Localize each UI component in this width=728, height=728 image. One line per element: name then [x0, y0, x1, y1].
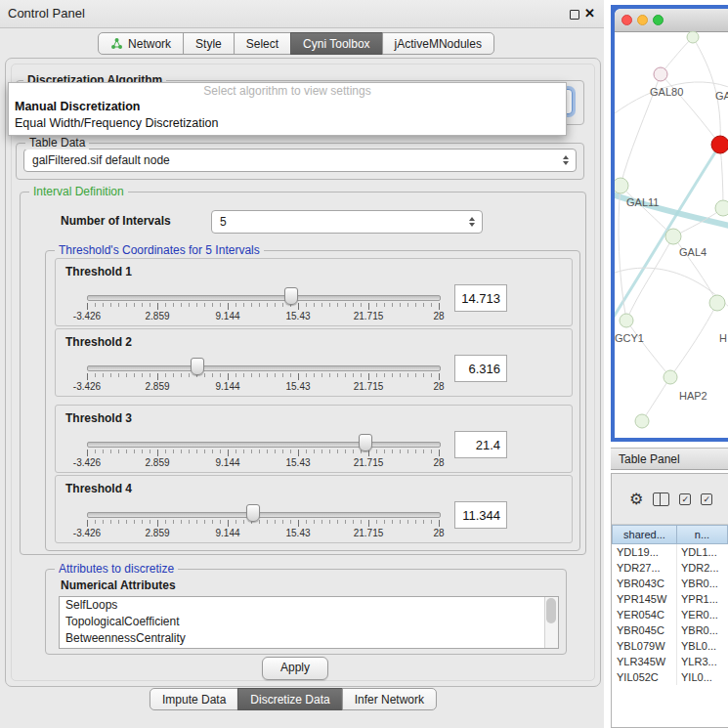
tab-cyni-toolbox[interactable]: Cyni Toolbox: [290, 32, 382, 55]
tab-discretize-data[interactable]: Discretize Data: [237, 688, 342, 710]
table-row[interactable]: YDR27...YDR2...: [612, 560, 728, 576]
cell[interactable]: YBL079W: [612, 638, 677, 654]
popup-option-manual-discretization[interactable]: Manual Discretization: [9, 99, 566, 115]
popup-option-equal-width[interactable]: Equal Width/Frequency Discretization: [9, 115, 566, 132]
cell[interactable]: YDL19...: [612, 544, 677, 560]
cell[interactable]: YBR0...: [677, 576, 728, 591]
table-row[interactable]: YDL19...YDL1...: [612, 544, 728, 560]
scale-label: 15.43: [285, 311, 310, 321]
network-node[interactable]: [615, 178, 628, 193]
cell[interactable]: YBL0...: [677, 638, 728, 654]
float-window-icon[interactable]: [570, 10, 579, 20]
threshold-2-slider[interactable]: -3.426 2.859 9.144 15.43 21.715 28: [87, 357, 439, 396]
network-node[interactable]: [654, 67, 667, 81]
cell[interactable]: YDR27...: [612, 560, 677, 576]
slider-track[interactable]: [87, 295, 441, 301]
threshold-3-slider[interactable]: -3.426 2.859 9.144 15.43 21.715 28: [87, 433, 439, 472]
node-label: GA: [715, 90, 728, 102]
number-of-intervals-label: Number of Intervals: [61, 214, 171, 228]
list-item[interactable]: SelfLoops: [60, 597, 558, 614]
cell[interactable]: YER054C: [612, 607, 677, 622]
tab-impute-data[interactable]: Impute Data: [150, 688, 238, 710]
scale-label: -3.426: [73, 528, 101, 538]
network-node[interactable]: [709, 295, 725, 311]
select-columns-checkbox-icon[interactable]: ✓: [701, 493, 712, 505]
table-row[interactable]: YPR145WYPR1...: [612, 591, 728, 607]
tab-jactivemnodules[interactable]: jActiveMNodules: [382, 32, 494, 55]
columns-icon[interactable]: [653, 492, 669, 506]
number-of-intervals-combobox[interactable]: 5: [211, 210, 483, 234]
network-titlebar[interactable]: [615, 9, 728, 32]
attributes-listbox[interactable]: SelfLoops TopologicalCoefficient Between…: [59, 596, 559, 649]
cell[interactable]: YIL052C: [612, 669, 677, 685]
scrollbar-thumb[interactable]: [546, 598, 556, 623]
table-row[interactable]: YER054CYER0...: [612, 607, 728, 622]
slider-ticks: [87, 520, 440, 527]
bottom-tab-bar: Impute Data Discretize Data Infer Networ…: [150, 688, 437, 710]
threshold-label: Threshold 1: [65, 265, 132, 278]
cell[interactable]: YPR1...: [677, 591, 728, 607]
column-header-shared-name[interactable]: shared...: [612, 525, 677, 544]
traffic-light-zoom-icon[interactable]: [653, 15, 664, 25]
table-row[interactable]: YBR043CYBR0...: [612, 576, 728, 591]
cell[interactable]: YDL1...: [677, 544, 728, 560]
cell[interactable]: YLR345W: [612, 654, 677, 669]
tab-network[interactable]: Network: [98, 32, 184, 55]
network-node[interactable]: [687, 31, 699, 43]
close-icon[interactable]: ✕: [584, 5, 595, 22]
table-row[interactable]: YBR045CYBR0...: [612, 622, 728, 638]
table-row[interactable]: YBL079WYBL0...: [612, 638, 728, 654]
slider-thumb[interactable]: [191, 358, 204, 375]
cell[interactable]: YLR3...: [677, 654, 728, 669]
cell[interactable]: YDR2...: [677, 560, 728, 576]
network-node[interactable]: [635, 414, 649, 428]
list-item[interactable]: TopologicalCoefficient: [60, 614, 558, 630]
table-data-combobox[interactable]: galFiltered.sif default node: [23, 149, 577, 172]
tab-infer-network[interactable]: Infer Network: [342, 688, 437, 710]
scale-label: -3.426: [73, 457, 101, 468]
control-panel-titlebar[interactable]: Control Panel ✕: [0, 0, 604, 28]
threshold-4-slider[interactable]: -3.426 2.859 9.144 15.43 21.715 28: [87, 503, 439, 542]
settings-gear-icon[interactable]: ⚙: [629, 491, 643, 507]
tab-style[interactable]: Style: [183, 32, 235, 55]
threshold-2-value-field[interactable]: 6.316: [454, 355, 507, 382]
slider-thumb[interactable]: [284, 287, 298, 305]
network-window[interactable]: GAL80 GA GAL11 GAL4 GCY1 H HAP2: [611, 5, 728, 442]
cell[interactable]: YBR0...: [677, 622, 728, 638]
stepper-arrows-icon[interactable]: [469, 217, 475, 227]
cell[interactable]: YBR045C: [612, 622, 677, 638]
traffic-light-minimize-icon[interactable]: [637, 15, 648, 25]
threshold-1-slider[interactable]: -3.426 2.859 9.144 15.43 21.715 28: [87, 286, 439, 325]
apply-button[interactable]: Apply: [262, 657, 328, 680]
network-canvas[interactable]: GAL80 GA GAL11 GAL4 GCY1 H HAP2: [615, 31, 728, 438]
network-node[interactable]: [665, 229, 681, 244]
slider-track[interactable]: [87, 512, 441, 518]
table-panel-titlebar[interactable]: Table Panel: [611, 448, 728, 470]
network-node[interactable]: [715, 200, 728, 216]
network-node-selected[interactable]: [711, 136, 728, 153]
table-row[interactable]: YIL052CYIL0...: [612, 669, 728, 685]
select-all-checkbox-icon[interactable]: ✓: [679, 493, 691, 505]
network-node[interactable]: [664, 370, 677, 384]
list-item[interactable]: BetweennessCentrality: [60, 630, 558, 647]
network-node[interactable]: [620, 314, 633, 327]
slider-thumb[interactable]: [359, 434, 372, 451]
cell[interactable]: YER0...: [677, 607, 728, 622]
slider-track[interactable]: [87, 442, 441, 448]
table-row[interactable]: YLR345WYLR3...: [612, 654, 728, 669]
cell[interactable]: YBR043C: [612, 576, 677, 591]
slider-track[interactable]: [87, 365, 441, 371]
slider-thumb[interactable]: [246, 504, 260, 522]
threshold-1-value-field[interactable]: 14.713: [454, 284, 507, 312]
cell[interactable]: YPR145W: [612, 591, 677, 607]
threshold-3-value-field[interactable]: 21.4: [454, 431, 507, 458]
threshold-4-value-field[interactable]: 11.344: [454, 501, 507, 529]
tab-select[interactable]: Select: [234, 32, 291, 55]
stepper-arrows-icon[interactable]: [563, 155, 569, 165]
slider-ticks: [87, 373, 440, 380]
traffic-light-close-icon[interactable]: [621, 15, 632, 25]
cell[interactable]: YIL0...: [677, 669, 728, 685]
listbox-scrollbar[interactable]: [544, 597, 558, 648]
tab-label: Select: [246, 37, 278, 51]
column-header-name[interactable]: n...: [676, 525, 728, 544]
